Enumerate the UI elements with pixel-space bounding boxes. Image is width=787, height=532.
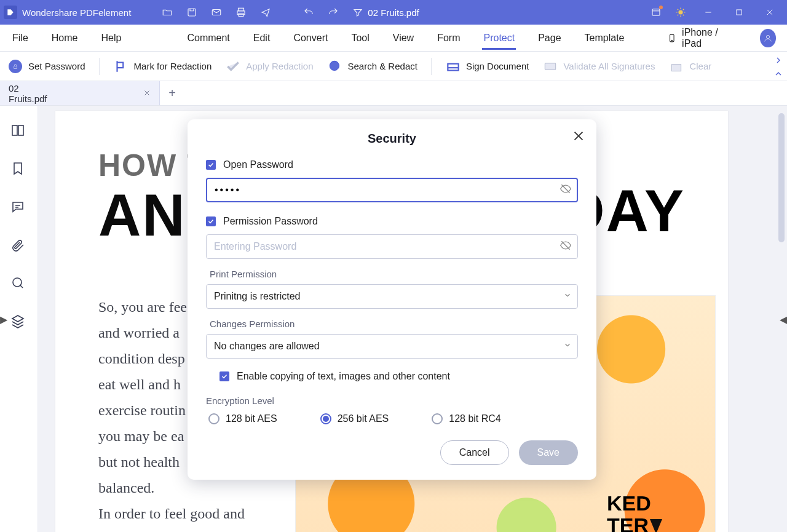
chevron-down-icon [563, 341, 572, 352]
svg-point-10 [766, 35, 769, 38]
svg-rect-13 [448, 63, 458, 70]
enc-128-rc4-radio[interactable]: 128 bit RC4 [432, 413, 501, 424]
filter-icon[interactable] [347, 2, 368, 23]
tool-sign-document[interactable]: Sign Document [445, 58, 529, 74]
open-password-input[interactable] [206, 178, 578, 202]
svg-rect-7 [737, 10, 742, 15]
dialog-close-button[interactable] [572, 129, 585, 143]
menu-template[interactable]: Template [583, 26, 626, 50]
notification-icon[interactable] [646, 2, 666, 23]
checkbox-icon [219, 371, 229, 381]
tab-close-icon[interactable] [143, 88, 151, 98]
select-value: No changes are allowed [214, 341, 320, 352]
workspace: ▶ HOW TO AND DAY So, you are fee and wor… [0, 106, 787, 532]
tab-label: 02 Fruits.pdf [9, 83, 59, 104]
open-password-checkbox[interactable]: Open Password [206, 159, 578, 170]
svg-rect-1 [213, 10, 221, 15]
toolbar-overflow-icon[interactable] [773, 55, 783, 67]
protect-toolbar: Set Password Mark for Redaction Apply Re… [0, 52, 787, 81]
tabstrip: 02 Fruits.pdf + [0, 81, 787, 106]
select-value: Prinitng is restricted [214, 291, 301, 302]
radio-label: 256 bit AES [338, 413, 389, 424]
svg-rect-0 [188, 9, 196, 16]
cancel-button[interactable]: Cancel [440, 440, 509, 465]
security-dialog: Security Open Password [188, 119, 596, 480]
permission-password-label: Permission Password [223, 216, 318, 227]
window-maximize-button[interactable] [726, 0, 753, 25]
enc-128-aes-radio[interactable]: 128 bit AES [208, 413, 277, 424]
svg-point-6 [679, 10, 682, 14]
menu-page[interactable]: Page [537, 26, 562, 50]
redo-icon[interactable] [323, 2, 344, 23]
svg-rect-11 [14, 66, 17, 68]
clear-icon [668, 58, 684, 74]
share-icon[interactable] [255, 2, 276, 23]
window-minimize-button[interactable] [695, 0, 722, 25]
tool-label: Apply Redaction [246, 61, 313, 71]
chevron-down-icon [563, 291, 572, 302]
open-folder-icon[interactable] [157, 2, 178, 23]
tool-set-password[interactable]: Set Password [7, 58, 85, 74]
enable-copy-checkbox[interactable]: Enable copying of text, images and other… [206, 371, 578, 382]
device-link[interactable]: iPhone / iPad [667, 27, 732, 49]
toggle-visibility-icon[interactable] [560, 239, 572, 254]
app-logo-icon [4, 6, 17, 19]
tool-label: Set Password [28, 61, 85, 71]
window-close-button[interactable] [756, 0, 783, 25]
menu-home[interactable]: Home [50, 26, 79, 50]
mail-icon[interactable] [206, 2, 227, 23]
permission-password-input[interactable] [206, 234, 578, 259]
menubar: File Home Help Comment Edit Convert Tool… [0, 25, 787, 52]
save-button[interactable]: Save [519, 440, 578, 465]
radio-label: 128 bit AES [226, 413, 277, 424]
checkbox-icon [206, 216, 216, 226]
validate-icon [542, 58, 558, 74]
user-avatar[interactable] [760, 29, 776, 47]
changes-permission-select[interactable]: No changes are allowed [206, 334, 578, 359]
separator [99, 58, 100, 75]
svg-point-12 [330, 61, 339, 70]
checkbox-icon [206, 160, 216, 170]
new-tab-button[interactable]: + [160, 81, 184, 105]
dialog-backdrop: Security Open Password [0, 106, 787, 532]
mark-redaction-icon [113, 58, 129, 74]
svg-rect-14 [545, 63, 556, 69]
changes-permission-label: Changes Permission [206, 319, 578, 329]
enc-256-aes-radio[interactable]: 256 bit AES [320, 413, 389, 424]
menu-edit[interactable]: Edit [252, 26, 272, 50]
tool-label: Search & Redact [348, 61, 417, 71]
toolbar-collapse-icon[interactable] [773, 69, 783, 81]
tool-label: Mark for Redaction [134, 61, 212, 71]
menu-file[interactable]: File [11, 26, 30, 50]
print-permission-select[interactable]: Prinitng is restricted [206, 284, 578, 309]
menu-protect[interactable]: Protect [482, 26, 516, 50]
menu-view[interactable]: View [392, 26, 415, 50]
svg-rect-5 [652, 9, 660, 16]
tool-clear: Clear [668, 58, 711, 74]
separator [431, 58, 432, 75]
menu-form[interactable]: Form [436, 26, 461, 50]
tool-label: Clear [689, 61, 711, 71]
tool-mark-redaction[interactable]: Mark for Redaction [113, 58, 212, 74]
document-tab[interactable]: 02 Fruits.pdf [0, 81, 160, 105]
print-permission-label: Print Permission [206, 269, 578, 279]
open-password-label: Open Password [223, 159, 293, 170]
save-icon[interactable] [181, 2, 202, 23]
undo-icon[interactable] [298, 2, 319, 23]
encryption-level-label: Encryption Level [206, 395, 578, 406]
permission-password-checkbox[interactable]: Permission Password [206, 216, 578, 227]
menu-help[interactable]: Help [100, 26, 122, 50]
enable-copy-label: Enable copying of text, images and other… [237, 371, 450, 382]
menu-comment[interactable]: Comment [186, 26, 231, 50]
menu-tool[interactable]: Tool [350, 26, 370, 50]
tool-label: Sign Document [466, 61, 529, 71]
menu-convert[interactable]: Convert [292, 26, 329, 50]
tool-search-redact[interactable]: Search & Redact [327, 58, 417, 74]
toggle-visibility-icon[interactable] [560, 183, 572, 197]
svg-rect-15 [672, 64, 681, 71]
theme-icon[interactable] [670, 2, 691, 23]
radio-label: 128 bit RC4 [449, 413, 501, 424]
print-icon[interactable] [231, 2, 251, 23]
app-name: Wondershare PDFelement [22, 7, 131, 18]
sign-document-icon [445, 58, 461, 74]
